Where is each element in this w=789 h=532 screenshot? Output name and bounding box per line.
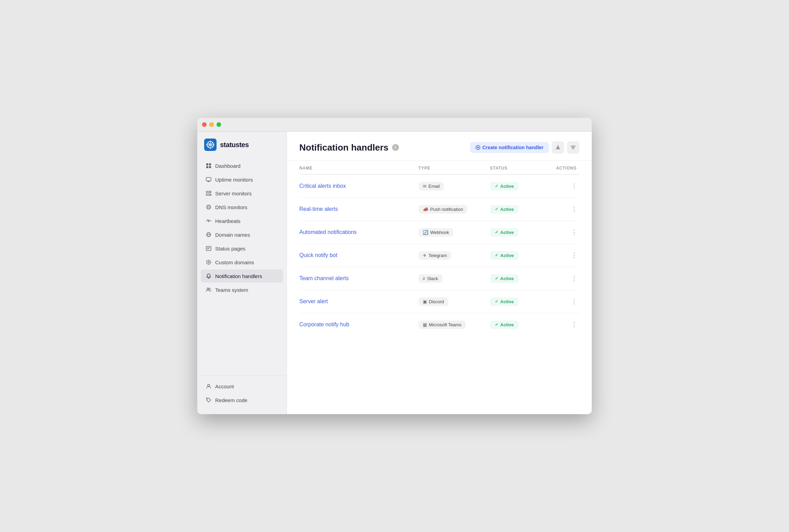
table-header: NAME TYPE STATUS ACTIONS: [299, 161, 579, 175]
sidebar-item-heartbeats[interactable]: Heartbeats: [201, 214, 283, 227]
svg-rect-4: [209, 166, 211, 168]
status-badge-7: ✓ Active: [490, 320, 519, 329]
teams-icon: ▦: [423, 322, 427, 327]
check-icon-7: ✓: [495, 322, 498, 327]
heartbeat-icon: [206, 218, 212, 224]
sidebar-item-dashboard[interactable]: Dashboard: [201, 159, 283, 172]
svg-point-16: [208, 385, 210, 387]
handler-name-7[interactable]: Corporate notify hub: [299, 321, 419, 328]
download-button[interactable]: [552, 141, 564, 154]
more-menu-button-6[interactable]: ⋮: [569, 296, 579, 307]
handler-name-4[interactable]: Quick notify bot: [299, 252, 419, 258]
type-label-1: Email: [429, 184, 440, 189]
svg-rect-2: [209, 163, 211, 165]
status-badge-1: ✓ Active: [490, 182, 519, 191]
sidebar-item-label-notifications: Notification handlers: [215, 273, 262, 279]
svg-rect-3: [206, 166, 208, 168]
svg-rect-1: [206, 163, 208, 165]
svg-point-8: [210, 192, 210, 192]
more-menu-button-2[interactable]: ⋮: [569, 204, 579, 214]
plus-circle-icon: [476, 145, 480, 150]
nav-bottom: Account Redeem code: [197, 375, 287, 407]
more-menu-button-3[interactable]: ⋮: [569, 227, 579, 237]
svg-point-9: [210, 194, 210, 195]
sidebar-item-notification-handlers[interactable]: Notification handlers: [201, 269, 283, 283]
handler-status-1: ✓ Active: [490, 182, 550, 191]
check-icon-6: ✓: [495, 299, 498, 304]
more-menu-button-1[interactable]: ⋮: [569, 181, 579, 191]
handler-name-3[interactable]: Automated notifications: [299, 229, 419, 235]
close-button[interactable]: [202, 122, 207, 127]
sidebar-item-label-custom: Custom domains: [215, 259, 254, 265]
handler-name-6[interactable]: Server alert: [299, 298, 419, 305]
app-window: statustes Dashboard Uptime monitors: [197, 118, 592, 414]
col-name: NAME: [299, 166, 419, 171]
filter-button[interactable]: [567, 141, 579, 154]
info-icon[interactable]: i: [392, 144, 399, 151]
sidebar-item-label-account: Account: [215, 383, 234, 389]
svg-rect-12: [206, 246, 211, 250]
check-icon-4: ✓: [495, 253, 498, 258]
sidebar-item-teams-system[interactable]: Teams system: [201, 283, 283, 296]
handler-name-2[interactable]: Real-time alerts: [299, 206, 419, 212]
logo-icon: [204, 139, 217, 151]
handler-name-1[interactable]: Critical alerts inbox: [299, 183, 419, 189]
table-row: Corporate notify hub ▦ Microsoft Teams ✓…: [299, 313, 579, 336]
sidebar-item-uptime-monitors[interactable]: Uptime monitors: [201, 173, 283, 186]
sidebar-item-label-dashboard: Dashboard: [215, 163, 240, 169]
sidebar-item-domain-names[interactable]: Domain names: [201, 228, 283, 241]
sidebar-item-account[interactable]: Account: [201, 380, 283, 393]
table-row: Real-time alerts 📣 Push notification ✓ A…: [299, 198, 579, 221]
titlebar: [197, 118, 592, 132]
type-label-5: Slack: [427, 276, 438, 281]
sidebar-item-status-pages[interactable]: Status pages: [201, 242, 283, 255]
logo-area: statustes: [197, 139, 287, 159]
email-icon: ✉: [423, 184, 427, 189]
filter-icon: [570, 145, 576, 150]
discord-icon: ▣: [423, 299, 427, 304]
nav-section: Dashboard Uptime monitors Server monitor…: [197, 159, 287, 371]
more-menu-button-7[interactable]: ⋮: [569, 319, 579, 330]
svg-rect-5: [206, 177, 211, 181]
handler-type-5: # Slack: [419, 274, 490, 283]
svg-point-14: [207, 288, 209, 290]
handler-status-2: ✓ Active: [490, 205, 550, 214]
sidebar-item-redeem-code[interactable]: Redeem code: [201, 393, 283, 407]
status-label-6: Active: [500, 299, 514, 304]
create-button-label: Create notification handler: [482, 145, 543, 150]
sidebar-item-server-monitors[interactable]: Server monitors: [201, 187, 283, 200]
type-badge-3: 🔄 Webhook: [419, 228, 453, 237]
sidebar-item-dns-monitors[interactable]: DNS monitors: [201, 201, 283, 214]
sidebar-item-label-heartbeats: Heartbeats: [215, 218, 240, 224]
check-icon-5: ✓: [495, 276, 498, 281]
status-label-5: Active: [500, 276, 514, 281]
status-label-3: Active: [500, 230, 514, 235]
check-icon-1: ✓: [495, 184, 498, 188]
sidebar-item-label-domains: Domain names: [215, 232, 250, 238]
page-title: Notification handlers: [299, 142, 389, 153]
minimize-button[interactable]: [209, 122, 214, 127]
row-actions-4: ⋮: [550, 250, 579, 260]
status-label-2: Active: [500, 207, 514, 212]
svg-point-17: [207, 399, 208, 399]
telegram-icon: ✈: [423, 253, 427, 258]
svg-point-15: [209, 288, 210, 289]
handler-type-6: ▣ Discord: [419, 297, 490, 306]
tag-icon: [206, 397, 212, 403]
create-notification-handler-button[interactable]: Create notification handler: [470, 142, 549, 153]
maximize-button[interactable]: [217, 122, 221, 127]
more-menu-button-4[interactable]: ⋮: [569, 250, 579, 260]
slack-icon: #: [423, 276, 425, 281]
type-badge-2: 📣 Push notification: [419, 205, 467, 214]
status-badge-6: ✓ Active: [490, 297, 519, 306]
handler-name-5[interactable]: Team channel alerts: [299, 275, 419, 282]
sidebar-item-custom-domains[interactable]: Custom domains: [201, 256, 283, 269]
handler-status-6: ✓ Active: [490, 297, 550, 306]
more-menu-button-5[interactable]: ⋮: [569, 273, 579, 284]
table-row: Automated notifications 🔄 Webhook ✓ Acti…: [299, 221, 579, 244]
row-actions-5: ⋮: [550, 273, 579, 284]
title-area: Notification handlers i: [299, 142, 399, 153]
row-actions-2: ⋮: [550, 204, 579, 214]
handler-type-2: 📣 Push notification: [419, 205, 490, 214]
handler-type-1: ✉ Email: [419, 182, 490, 191]
